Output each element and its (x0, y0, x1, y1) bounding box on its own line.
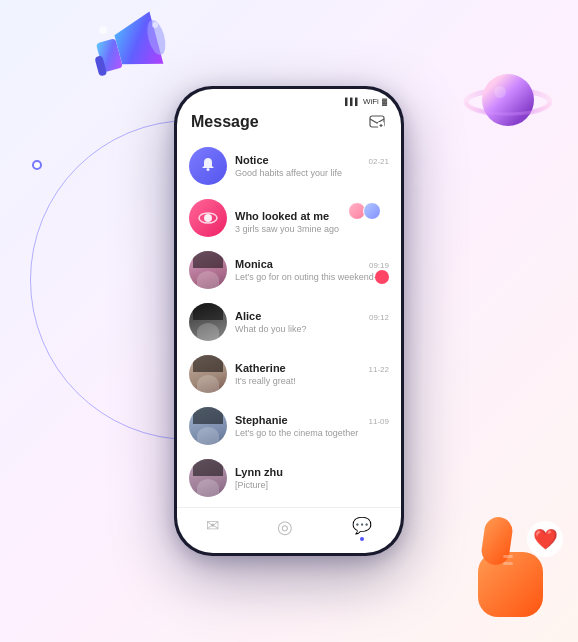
status-bar: ▌▌▌ WiFi ▓ (177, 89, 401, 108)
monica-time: 09:19 (369, 261, 389, 270)
monica-badge (375, 270, 389, 284)
message-list: Notice 02-21 Good habits affect your lif… (177, 140, 401, 507)
wholook-content: Who looked at me 3 girls saw you 3mine a… (235, 202, 389, 234)
stephanie-preview: Let's go to the cinema together (235, 428, 389, 438)
monica-content: Monica 09:19 Let's go for on outing this… (235, 258, 389, 282)
katherine-time: 11-22 (369, 365, 389, 374)
battery-icon: ▓ (382, 98, 387, 105)
alice-preview: What do you like? (235, 324, 389, 334)
nav-item-message[interactable]: 💬 (352, 516, 372, 541)
notice-time: 02-21 (369, 157, 389, 166)
message-item-katherine[interactable]: Katherine 11-22 It's really great! (177, 348, 401, 400)
avatar-notice (189, 147, 227, 185)
megaphone-decoration (85, 10, 175, 100)
avatar-alice (189, 303, 227, 341)
message-item-stephanie[interactable]: Stephanie 11-09 Let's go to the cinema t… (177, 400, 401, 452)
svg-rect-13 (503, 555, 513, 558)
signal-icon: ▌▌▌ (345, 98, 360, 105)
avatar-katherine (189, 355, 227, 393)
bottom-nav: ✉ ◎ 💬 (177, 507, 401, 553)
alice-time: 09:12 (369, 313, 389, 322)
phone-mockup: ▌▌▌ WiFi ▓ Message (174, 86, 404, 556)
message-item-monica[interactable]: Monica 09:19 Let's go for on outing this… (177, 244, 401, 296)
message-item-notice[interactable]: Notice 02-21 Good habits affect your lif… (177, 140, 401, 192)
mail-nav-icon: ✉ (206, 516, 219, 535)
monica-name: Monica (235, 258, 273, 270)
svg-point-4 (99, 26, 107, 34)
katherine-name: Katherine (235, 362, 286, 374)
avatar-stephanie (189, 407, 227, 445)
notice-content: Notice 02-21 Good habits affect your lif… (235, 154, 389, 178)
alice-content: Alice 09:12 What do you like? (235, 310, 389, 334)
wifi-icon: WiFi (363, 97, 379, 106)
phone-frame: ▌▌▌ WiFi ▓ Message (174, 86, 404, 556)
notice-preview: Good habits affect your life (235, 168, 389, 178)
orbit-dot (32, 160, 42, 170)
message-item-alice[interactable]: Alice 09:12 What do you like? (177, 296, 401, 348)
circle-nav-icon: ◎ (277, 516, 293, 538)
svg-point-5 (152, 22, 158, 28)
hand-decoration: ❤️ (463, 497, 563, 617)
svg-rect-19 (207, 168, 210, 171)
katherine-preview: It's really great! (235, 376, 389, 386)
avatar-monica (189, 251, 227, 289)
nav-item-mail[interactable]: ✉ (206, 516, 219, 541)
stephanie-name: Stephanie (235, 414, 288, 426)
message-item-colleen[interactable]: Colleen 10-23 [Video] (177, 504, 401, 507)
wholook-name: Who looked at me (235, 210, 329, 222)
svg-point-20 (204, 214, 212, 222)
message-nav-icon: 💬 (352, 516, 372, 535)
message-item-wholook[interactable]: Who looked at me 3 girls saw you 3mine a… (177, 192, 401, 244)
lynn-preview: [Picture] (235, 480, 389, 490)
compose-icon[interactable] (367, 112, 387, 132)
nav-item-circle[interactable]: ◎ (277, 516, 293, 541)
svg-rect-14 (503, 562, 513, 565)
message-item-lynn[interactable]: Lynn zhu [Picture] (177, 452, 401, 504)
planet-decoration (458, 60, 548, 150)
katherine-content: Katherine 11-22 It's really great! (235, 362, 389, 386)
lynn-content: Lynn zhu [Picture] (235, 466, 389, 490)
active-indicator (360, 537, 364, 541)
svg-point-7 (482, 74, 534, 126)
avatar-lynn (189, 459, 227, 497)
lynn-name: Lynn zhu (235, 466, 283, 478)
monica-preview: Let's go for on outing this weekend- (235, 272, 389, 282)
viewer-avatar-2 (363, 202, 381, 220)
stephanie-time: 11-09 (369, 417, 389, 426)
app-title: Message (191, 113, 259, 131)
stephanie-content: Stephanie 11-09 Let's go to the cinema t… (235, 414, 389, 438)
phone-screen: ▌▌▌ WiFi ▓ Message (177, 89, 401, 553)
svg-point-8 (494, 86, 506, 98)
app-header: Message (177, 108, 401, 140)
viewer-avatars (353, 202, 381, 220)
svg-text:❤️: ❤️ (533, 527, 558, 551)
wholook-preview: 3 girls saw you 3mine ago (235, 224, 389, 234)
alice-name: Alice (235, 310, 261, 322)
notice-name: Notice (235, 154, 269, 166)
avatar-wholook (189, 199, 227, 237)
